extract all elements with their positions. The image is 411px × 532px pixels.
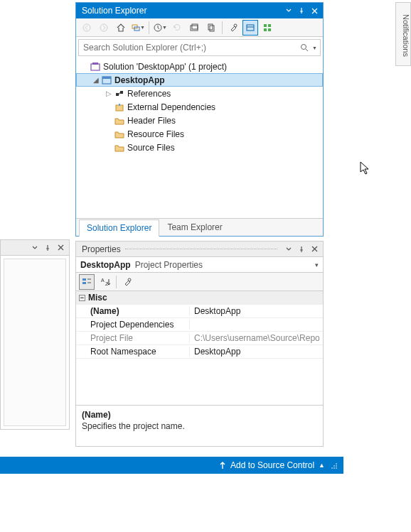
property-value[interactable]: DesktopApp <box>190 306 323 316</box>
chevron-up-icon: ▲ <box>319 462 325 469</box>
description-name: (Name) <box>82 410 317 420</box>
alphabetical-button[interactable]: AZ <box>97 274 113 290</box>
category-row[interactable]: −Misc <box>76 291 323 305</box>
svg-line-17 <box>306 49 308 51</box>
collapse-all-button[interactable] <box>186 20 202 36</box>
property-key: (Name) <box>76 306 190 316</box>
pin-icon[interactable] <box>296 244 307 255</box>
svg-point-37 <box>331 467 333 469</box>
solution-icon <box>90 61 101 72</box>
resource-files-node[interactable]: Resource Files <box>76 127 323 141</box>
panel-tabs: Solution Explorer Team Explorer <box>76 219 323 236</box>
minus-icon[interactable]: − <box>79 295 85 301</box>
tab-team-explorer[interactable]: Team Explorer <box>159 219 230 236</box>
svg-rect-23 <box>120 91 123 94</box>
property-key: Project Dependencies <box>76 320 190 330</box>
property-key: Root Namespace <box>76 347 190 357</box>
dotted-grip <box>125 249 277 249</box>
external-deps-label: External Dependencies <box>127 102 215 112</box>
search-bar[interactable]: ▼ <box>78 39 321 56</box>
description-text: Specifies the project name. <box>82 421 317 431</box>
solution-explorer-titlebar[interactable]: Solution Explorer <box>76 3 323 18</box>
folder-icon <box>114 129 125 140</box>
pin-icon[interactable] <box>296 5 307 16</box>
back-button <box>79 20 95 36</box>
dropdown-icon[interactable] <box>283 244 294 255</box>
property-pages-button[interactable] <box>119 274 135 290</box>
property-description: (Name) Specifies the project name. <box>76 405 323 446</box>
source-files-label: Source Files <box>127 143 175 153</box>
references-label: References <box>127 89 171 99</box>
properties-titlebar[interactable]: Properties <box>76 241 323 257</box>
svg-rect-25 <box>116 105 123 111</box>
resize-grip-icon[interactable] <box>329 461 338 469</box>
svg-rect-14 <box>264 28 267 31</box>
svg-rect-15 <box>268 28 271 31</box>
svg-rect-27 <box>82 278 86 281</box>
properties-panel: Properties DesktopApp Project Properties… <box>75 241 324 447</box>
property-value: C:\Users\username\Source\Repo <box>190 333 323 343</box>
side-panel-titlebar[interactable] <box>1 240 69 256</box>
collapse-icon[interactable]: ◢ <box>92 76 100 84</box>
forward-button <box>96 20 112 36</box>
selected-object-name: DesktopApp <box>80 260 131 270</box>
source-files-node[interactable]: Source Files <box>76 141 323 154</box>
categorized-button[interactable] <box>79 274 95 290</box>
property-row-name[interactable]: (Name) DesktopApp <box>76 305 323 318</box>
scope-button[interactable]: ▼ <box>130 20 146 36</box>
search-dropdown-icon[interactable]: ▼ <box>312 45 317 50</box>
svg-rect-8 <box>210 26 214 31</box>
solution-node[interactable]: Solution 'DesktopApp' (1 project) <box>76 60 323 73</box>
svg-rect-19 <box>92 63 98 65</box>
svg-point-36 <box>336 465 337 467</box>
property-key: Project File <box>76 333 190 343</box>
chevron-down-icon[interactable]: ▾ <box>315 261 319 268</box>
properties-object-selector[interactable]: DesktopApp Project Properties ▾ <box>76 257 323 273</box>
preview-button[interactable] <box>242 20 258 36</box>
svg-text:A: A <box>101 278 105 283</box>
category-label: Misc <box>88 293 107 303</box>
svg-point-38 <box>333 465 335 467</box>
properties-button[interactable] <box>225 20 241 36</box>
close-icon[interactable] <box>309 5 320 16</box>
project-label: DesktopApp <box>114 75 165 85</box>
solution-explorer-title: Solution Explorer <box>82 6 282 16</box>
selected-object-type: Project Properties <box>135 260 311 270</box>
property-row-deps[interactable]: Project Dependencies <box>76 318 323 332</box>
resource-files-label: Resource Files <box>127 129 184 139</box>
property-row-file[interactable]: Project File C:\Users\username\Source\Re… <box>76 332 323 345</box>
home-button[interactable] <box>113 20 129 36</box>
tab-solution-explorer[interactable]: Solution Explorer <box>79 219 159 237</box>
references-node[interactable]: ▷ References <box>76 87 323 100</box>
notifications-tab[interactable]: Notifications <box>395 2 411 66</box>
references-icon <box>114 88 125 99</box>
search-input[interactable] <box>83 43 299 53</box>
pending-changes-button[interactable]: ▼ <box>152 20 168 36</box>
svg-point-39 <box>336 463 337 465</box>
show-all-files-button[interactable] <box>203 20 219 36</box>
view-button[interactable] <box>260 20 275 36</box>
close-icon[interactable] <box>309 244 320 255</box>
dropdown-icon[interactable] <box>29 242 41 254</box>
header-files-label: Header Files <box>127 116 176 126</box>
property-row-namespace[interactable]: Root Namespace DesktopApp <box>76 345 323 359</box>
dropdown-icon[interactable] <box>283 5 294 16</box>
close-icon[interactable] <box>55 242 66 254</box>
svg-rect-10 <box>247 25 254 31</box>
external-deps-node[interactable]: External Dependencies <box>76 100 323 114</box>
toolbar-separator <box>116 276 117 288</box>
toolbar-separator <box>222 21 223 34</box>
search-icon[interactable] <box>299 43 310 52</box>
property-value[interactable]: DesktopApp <box>190 347 323 357</box>
expand-icon[interactable]: ▷ <box>105 89 113 97</box>
header-files-node[interactable]: Header Files <box>76 114 323 127</box>
svg-rect-18 <box>91 64 100 70</box>
svg-rect-22 <box>116 93 119 96</box>
add-to-source-control[interactable]: Add to Source Control ▲ <box>219 460 325 470</box>
external-deps-icon <box>114 102 125 113</box>
svg-rect-28 <box>82 282 86 284</box>
project-icon <box>101 75 112 86</box>
status-bar: Add to Source Control ▲ <box>0 457 343 474</box>
project-node[interactable]: ◢ DesktopApp <box>76 73 323 87</box>
pin-icon[interactable] <box>42 242 53 254</box>
